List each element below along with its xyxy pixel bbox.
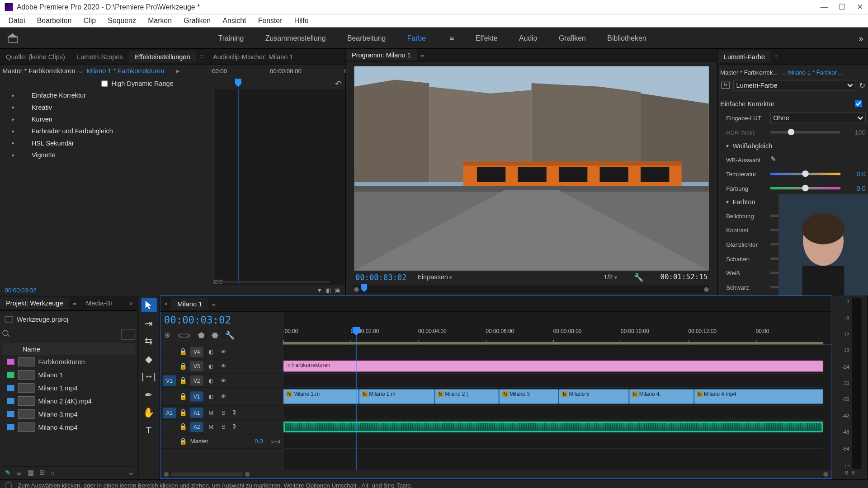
clip-audio[interactable] — [283, 421, 823, 432]
ws-training[interactable]: Training — [208, 30, 255, 46]
track-select-tool[interactable]: ⇥ — [141, 316, 156, 330]
fx-clip-link[interactable]: Milano 1 * Farbkorrekturen — [87, 67, 165, 75]
a1-mic-icon[interactable]: 🎙 — [231, 409, 237, 416]
tl-zoom-right[interactable] — [245, 472, 250, 477]
project-item[interactable]: Milano 2 (4K).mp4 — [2, 394, 135, 408]
search-icon[interactable] — [2, 330, 10, 338]
program-timecode[interactable]: 00:00:03:02 — [355, 273, 407, 282]
lum-basic-toggle[interactable] — [855, 100, 862, 108]
video-clip[interactable]: fxMilano 2 ( — [434, 389, 499, 404]
project-item[interactable]: Milano 1.mp4 — [2, 381, 135, 394]
minimize-button[interactable]: — — [821, 2, 828, 11]
fx-icon-a[interactable]: ◧ — [326, 287, 331, 294]
video-clip[interactable]: fxMilano 5 — [559, 389, 629, 404]
lut-select[interactable]: Ohne — [770, 113, 866, 123]
ws-audio[interactable]: Audio — [508, 30, 548, 46]
menu-hilfe[interactable]: Hilfe — [288, 15, 315, 26]
a1-source[interactable]: A1 — [163, 407, 176, 418]
program-scrubber[interactable] — [354, 285, 709, 293]
tab-lumetri[interactable]: Lumetri-Farbe — [718, 50, 771, 62]
lum-basic-header[interactable]: Einfache Korrektur — [720, 100, 855, 108]
master-value[interactable]: 0,0 — [255, 438, 263, 445]
fx-master-dropdown-icon[interactable]: ⌵ — [79, 67, 83, 75]
project-item[interactable]: Farbkorrekturen — [2, 355, 135, 368]
close-button[interactable]: ✕ — [857, 2, 863, 11]
video-clip[interactable]: fxMilano 3 — [499, 389, 558, 404]
menu-datei[interactable]: Datei — [2, 15, 31, 26]
a2-lock-icon[interactable]: 🔒 — [179, 423, 187, 431]
menu-grafiken[interactable]: Grafiken — [178, 15, 217, 26]
track-v2[interactable] — [283, 374, 823, 388]
menu-ansicht[interactable]: Ansicht — [217, 15, 252, 26]
tab-audio-mixer[interactable]: Audioclip-Mischer: Milano 1 — [207, 50, 299, 62]
scrub-handle-left[interactable] — [354, 287, 359, 292]
ws-grafiken[interactable]: Grafiken — [548, 30, 596, 46]
master-snap-icon[interactable]: ▻◅ — [271, 438, 280, 445]
list-view-icon[interactable]: ≣ — [16, 469, 22, 477]
tab-source[interactable]: Quelle: (keine Clips) — [0, 50, 71, 62]
v1-source[interactable]: V1 — [163, 375, 176, 386]
tab-effect-controls[interactable]: Effekteinstellungen — [129, 50, 196, 62]
home-icon[interactable] — [7, 33, 18, 42]
track-v4[interactable] — [283, 345, 823, 360]
temp-slider[interactable] — [770, 173, 841, 175]
lum-master[interactable]: Master * Farbkorrekt… — [720, 69, 780, 75]
tl-close-icon[interactable]: × — [160, 300, 171, 307]
lumetri-menu-icon[interactable]: ≡ — [771, 53, 782, 60]
v2-toggle-output[interactable]: ◐ — [206, 377, 216, 384]
tint-slider[interactable] — [770, 187, 841, 189]
clip-adjustment[interactable]: fxFarbkorrekturen — [283, 361, 823, 372]
a1-mute[interactable]: M — [206, 409, 216, 416]
timeline-ruler[interactable]: :00:0000:00:02:0000:00:04:0000:00:06:000… — [283, 312, 832, 345]
tl-zoom-bar[interactable] — [171, 473, 242, 476]
wb-header[interactable]: ▾Weißabgleich — [726, 140, 866, 153]
ripple-edit-tool[interactable]: ⇆ — [141, 333, 156, 348]
menu-clip[interactable]: Clip — [78, 15, 102, 26]
v1-lock-icon[interactable]: 🔒 — [179, 393, 187, 400]
ws-farbe[interactable]: Farbe — [396, 30, 437, 46]
linked-selection-icon[interactable]: ⊂⊃ — [178, 331, 191, 340]
v3-toggle-output[interactable]: ◐ — [206, 363, 216, 370]
fx-keyframe-area[interactable] — [213, 89, 345, 285]
pen-icon[interactable]: ✎ — [5, 469, 10, 477]
pen-tool[interactable]: ✒ — [141, 387, 156, 402]
fx-master-label[interactable]: Master * Farbkorrekturen — [2, 67, 75, 75]
v4-toggle-output[interactable]: ◐ — [206, 348, 216, 355]
program-monitor[interactable] — [354, 66, 709, 271]
a2-solo[interactable]: S — [219, 424, 228, 431]
project-overflow-icon[interactable]: » — [124, 300, 137, 307]
wrench-icon[interactable]: 🔧 — [634, 273, 643, 282]
ws-zusammenstellung[interactable]: Zusammenstellung — [255, 30, 336, 46]
v4-lock-icon[interactable]: 🔒 — [179, 348, 187, 356]
project-item[interactable]: Milano 4.mp4 — [2, 421, 135, 434]
hand-tool[interactable]: ✋ — [141, 405, 156, 420]
v3-eye-icon[interactable]: 👁 — [219, 363, 228, 370]
razor-tool[interactable]: ◆ — [141, 352, 156, 366]
tl-zoom-left[interactable] — [164, 472, 169, 477]
lum-master-drop-icon[interactable]: ⌵ — [782, 69, 786, 75]
zoom-slider-icon[interactable]: ○ — [51, 469, 55, 476]
a2-mute[interactable]: M — [206, 424, 216, 431]
a2-mic-icon[interactable]: 🎙 — [231, 424, 237, 431]
timeline-playhead-line[interactable] — [356, 345, 356, 470]
fx-reset-icon[interactable]: ↶ — [335, 79, 342, 88]
tab-program[interactable]: Programm: Milano 1 — [346, 49, 417, 61]
a2-target[interactable]: A2 — [190, 422, 203, 432]
fx-timecode[interactable]: 00:00:03:02 — [5, 287, 37, 294]
fx-playhead[interactable] — [238, 89, 238, 284]
program-fit-select[interactable]: Einpassen — [417, 274, 453, 281]
meter-solo-r[interactable]: S — [852, 470, 855, 475]
track-master[interactable] — [283, 434, 823, 449]
program-zoom-select[interactable]: 1/2 — [604, 274, 617, 281]
fx-play-icon[interactable]: ▸ — [176, 67, 180, 75]
a1-lock-icon[interactable]: 🔒 — [179, 409, 187, 417]
freeform-view-icon[interactable]: ⊞ — [39, 469, 45, 477]
v4-target[interactable]: V4 — [190, 347, 203, 357]
timeline-menu-icon[interactable]: ≡ — [208, 300, 219, 307]
track-v3[interactable]: fxFarbkorrekturen — [283, 359, 823, 374]
timeline-work-area[interactable] — [283, 342, 823, 344]
temp-value[interactable]: 0,0 — [844, 170, 865, 178]
project-item[interactable]: Milano 3.mp4 — [2, 408, 135, 421]
tint-value[interactable]: 0,0 — [844, 185, 865, 192]
slip-tool[interactable]: |↔| — [141, 370, 156, 384]
